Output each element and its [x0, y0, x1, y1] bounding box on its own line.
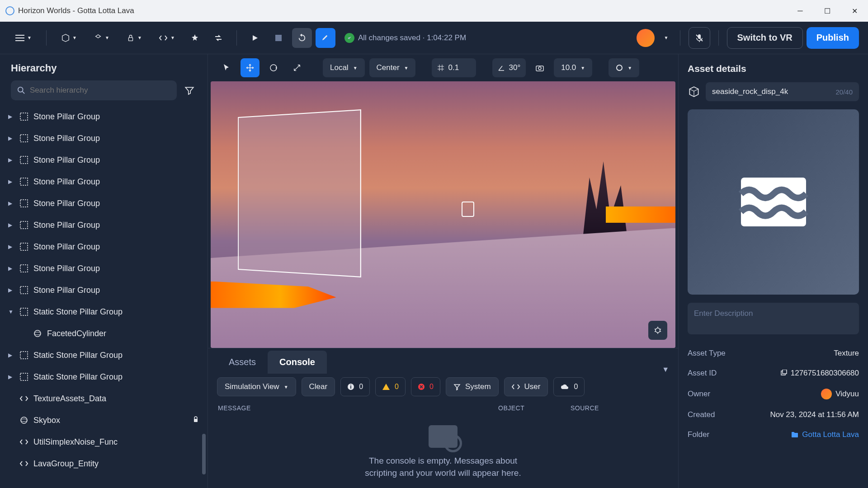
expand-arrow[interactable]: ▶	[8, 222, 14, 228]
tree-item[interactable]: Skybox	[0, 409, 208, 431]
sync-button[interactable]	[208, 28, 228, 48]
tree-item[interactable]: ▶Static Stone Pillar Group	[0, 344, 208, 366]
svg-point-23	[21, 417, 27, 423]
expand-arrow[interactable]: ▶	[8, 265, 14, 272]
tree-item[interactable]: ▶Stone Pillar Group	[0, 214, 208, 236]
tree-item-label: TextureAssets_Data	[33, 394, 106, 404]
tree-item[interactable]: ▶Stone Pillar Group	[0, 192, 208, 214]
clear-button[interactable]: Clear	[302, 377, 335, 396]
svg-point-29	[617, 65, 622, 70]
tab-assets[interactable]: Assets	[217, 351, 268, 374]
expand-arrow[interactable]: ▼	[8, 309, 14, 315]
tree-item[interactable]: LavaGroup_Entity	[0, 453, 208, 474]
select-tool[interactable]	[217, 58, 236, 77]
node-type-icon	[19, 415, 29, 425]
error-count[interactable]: 0	[411, 377, 440, 396]
asset-name-field[interactable]: seaside_rock_disp_4k 20/40	[706, 82, 859, 101]
expand-arrow[interactable]: ▶	[8, 135, 14, 141]
node-type-icon	[33, 328, 42, 338]
minimize-button[interactable]: ─	[787, 0, 814, 22]
lock-button[interactable]: ▼	[120, 28, 149, 48]
reset-button[interactable]	[292, 28, 312, 48]
expand-arrow[interactable]: ▶	[8, 374, 14, 380]
user-dropdown[interactable]: ▼	[658, 28, 672, 48]
fov-select[interactable]: 10.0▼	[554, 58, 592, 77]
move-tool[interactable]	[241, 58, 259, 77]
hierarchy-tree[interactable]: ▶Stone Pillar Group▶Stone Pillar Group▶S…	[0, 106, 208, 488]
hierarchy-search[interactable]	[11, 80, 177, 100]
user-avatar[interactable]	[637, 29, 655, 47]
tree-item[interactable]: ▶Stone Pillar Group	[0, 127, 208, 149]
expand-arrow[interactable]: ▶	[8, 178, 14, 185]
user-filter[interactable]: User	[504, 377, 548, 396]
switch-vr-button[interactable]: Switch to VR	[727, 27, 803, 49]
expand-arrow[interactable]: ▶	[8, 287, 14, 293]
angle-input[interactable]: 30°	[492, 58, 526, 77]
svg-rect-18	[20, 308, 28, 315]
add-object-button[interactable]: ▼	[55, 28, 84, 48]
expand-arrow[interactable]: ▶	[8, 352, 14, 358]
build-mode-button[interactable]	[316, 28, 335, 48]
sim-view-select[interactable]: Simulation View▼	[217, 377, 296, 396]
tab-console[interactable]: Console	[268, 351, 327, 374]
camera-button[interactable]	[530, 58, 549, 77]
tree-item[interactable]: UtilSimplexNoise_Func	[0, 431, 208, 453]
cloud-count[interactable]: 0	[553, 377, 585, 396]
tree-item[interactable]: ▶Static Stone Pillar Group	[0, 366, 208, 388]
system-filter[interactable]: System	[446, 377, 499, 396]
scale-tool[interactable]	[288, 58, 307, 77]
panel-expand-button[interactable]: ▼	[662, 366, 669, 374]
space-select[interactable]: Local▼	[323, 58, 365, 77]
render-mode-select[interactable]: ▼	[609, 58, 639, 77]
warn-count[interactable]: 0	[375, 377, 406, 396]
node-type-icon	[19, 242, 29, 252]
scripts-button[interactable]: ▼	[152, 28, 181, 48]
debug-button[interactable]	[648, 321, 667, 340]
asset-owner-label: Owner	[688, 389, 710, 399]
svg-rect-11	[20, 156, 28, 164]
node-type-icon	[19, 198, 29, 208]
asset-details-panel: Asset details seaside_rock_disp_4k 20/40…	[678, 54, 868, 488]
tree-item-label: Stone Pillar Group	[33, 155, 100, 165]
expand-arrow[interactable]: ▶	[8, 244, 14, 250]
pivot-select[interactable]: Center▼	[369, 58, 416, 77]
publish-button[interactable]: Publish	[807, 27, 859, 49]
tree-item[interactable]: ▶Stone Pillar Group	[0, 279, 208, 301]
expand-arrow[interactable]: ▶	[8, 113, 14, 120]
tree-item[interactable]: FacetedCylinder	[0, 323, 208, 344]
hierarchy-filter-button[interactable]	[182, 83, 197, 98]
scrollbar-thumb[interactable]	[202, 434, 206, 474]
tree-item[interactable]: ▼Static Stone Pillar Group	[0, 301, 208, 323]
tree-item-label: Stone Pillar Group	[33, 264, 100, 273]
expand-arrow[interactable]: ▶	[8, 157, 14, 163]
mic-button[interactable]	[689, 27, 710, 49]
grid-snap-input[interactable]	[432, 58, 476, 77]
stop-button[interactable]	[269, 28, 288, 48]
info-count[interactable]: 0	[340, 377, 370, 396]
expand-arrow[interactable]: ▶	[8, 200, 14, 206]
node-type-icon	[19, 459, 29, 469]
gizmos-button[interactable]: ▼	[87, 28, 116, 48]
rotate-tool[interactable]	[264, 58, 283, 77]
viewport-3d[interactable]	[211, 81, 675, 348]
asset-owner-value[interactable]: Vidyuu	[821, 389, 859, 399]
tree-item[interactable]: ▶Stone Pillar Group	[0, 258, 208, 279]
ai-button[interactable]	[185, 28, 205, 48]
tree-item[interactable]: ▶Stone Pillar Group	[0, 171, 208, 192]
svg-rect-4	[275, 35, 282, 41]
tree-item[interactable]: ▶Stone Pillar Group	[0, 236, 208, 258]
asset-id-value[interactable]: 1276751680306680	[780, 369, 859, 378]
hierarchy-search-input[interactable]	[30, 86, 170, 95]
svg-line-8	[23, 92, 25, 94]
close-button[interactable]: ✕	[841, 0, 868, 22]
asset-description-input[interactable]: Enter Description	[688, 303, 859, 334]
tree-item[interactable]: TextureAssets_Data	[0, 388, 208, 409]
tree-item[interactable]: ▶Stone Pillar Group	[0, 106, 208, 127]
viewport-lava	[606, 206, 675, 222]
svg-rect-37	[783, 370, 787, 374]
maximize-button[interactable]: ☐	[814, 0, 841, 22]
tree-item[interactable]: ▶Stone Pillar Group	[0, 149, 208, 171]
menu-button[interactable]: ▼	[9, 28, 38, 48]
play-button[interactable]	[245, 28, 265, 48]
asset-folder-link[interactable]: Gotta Lotta Lava	[791, 430, 859, 439]
